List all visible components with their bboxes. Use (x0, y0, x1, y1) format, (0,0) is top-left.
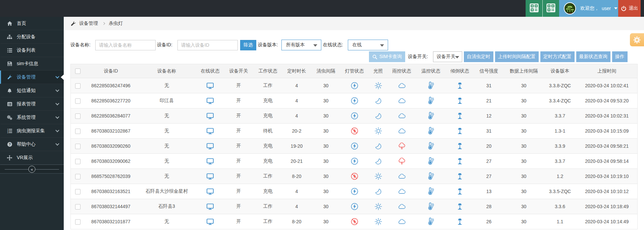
cell-report-time: 2020-03-24 09:58:21 (577, 139, 638, 154)
sidebar-item-label: 报表管理 (17, 101, 36, 107)
row-checkbox[interactable] (75, 113, 80, 119)
toolbar-button-1[interactable]: 自清虫定时 (464, 51, 493, 62)
column-header: 工作状态 (255, 64, 281, 78)
qr-app-button-1[interactable] (526, 0, 542, 17)
sidebar-item-6[interactable]: 短信通知 (0, 84, 64, 97)
pole-icon (457, 218, 463, 226)
row-checkbox (71, 199, 86, 214)
settings-gear-button[interactable] (630, 33, 644, 46)
row-checkbox (71, 184, 86, 199)
sidebar-item-3[interactable]: 设备列表 (0, 44, 64, 57)
report-icon (7, 101, 12, 107)
cell-signal: 27 (474, 169, 504, 184)
column-header: 设备开关 (223, 64, 255, 78)
row-checkbox[interactable] (75, 174, 80, 179)
monitor-icon (206, 143, 214, 150)
sidebar-item-11[interactable]: VR展示 (0, 151, 64, 165)
breadcrumb-section[interactable]: 设备管理 (79, 20, 98, 27)
cell-device-name: 印江县 (136, 93, 198, 108)
filter-button[interactable]: 筛选 (240, 40, 256, 50)
cell-timing: 4 (281, 93, 312, 108)
cell-upload-interval: 30 (504, 139, 544, 154)
cloud-icon (398, 83, 406, 89)
cell-upload-interval: 30 (504, 108, 544, 124)
sidebar-item-4[interactable]: sim卡信息 (0, 57, 64, 71)
thermometer-icon (427, 142, 435, 150)
toolbar-button-5[interactable]: 操作 (612, 51, 628, 62)
cell-signal: 20 (474, 139, 504, 154)
gears-icon (7, 115, 12, 120)
lamp-on-icon (351, 203, 358, 210)
rain-status-icon (387, 184, 416, 199)
online-status-select[interactable]: 在线 (348, 40, 388, 50)
user-menu[interactable]: 欢迎您， user (559, 0, 618, 17)
lamp-status-icon (340, 169, 369, 184)
toolbar-button-2[interactable]: 上传时间间隔配置 (495, 51, 539, 62)
logout-button[interactable]: 退出 (618, 0, 641, 17)
lamp-status-icon (340, 108, 369, 124)
device-id-input[interactable] (177, 40, 238, 50)
sidebar-item-label: 病虫测报采集 (17, 128, 45, 134)
cell-version: 1.1 (544, 214, 577, 229)
chevron-down-icon (55, 115, 59, 119)
rain-status-icon (387, 214, 416, 229)
qr-app-button-2[interactable] (542, 0, 559, 17)
list-icon (7, 48, 12, 53)
moon-icon (375, 112, 382, 120)
sim-card-query-button[interactable]: SIM卡查询 (369, 51, 405, 62)
row-checkbox[interactable] (75, 219, 80, 225)
cell-clean-interval: 30 (312, 214, 340, 229)
cloud-icon (398, 98, 406, 104)
cell-switch: 开 (223, 93, 255, 108)
cell-version: 3.3.7 (544, 108, 577, 124)
cell-version: 3.3.8-ZQC (544, 78, 577, 93)
thermometer-icon (427, 172, 435, 180)
sun-icon (375, 173, 382, 180)
sidebar-item-10[interactable]: ?帮助中心 (0, 138, 64, 151)
monitor-icon (206, 188, 214, 195)
toolbar-button-3[interactable]: 定时方式配置 (540, 51, 575, 62)
row-checkbox[interactable] (75, 98, 80, 104)
sidebar-item-2[interactable]: 分配设备 (0, 30, 64, 44)
row-checkbox[interactable] (75, 83, 80, 89)
row-checkbox[interactable] (75, 159, 80, 164)
table-row: 862285036227720印江县开充电43021303.3.4-ZQC202… (71, 93, 638, 108)
top-navbar: 欢迎您， user 退出 (0, 0, 644, 17)
row-checkbox (71, 214, 86, 229)
column-header: 数据上传间隔 (504, 64, 544, 78)
select-all-checkbox[interactable] (75, 68, 80, 74)
sidebar-collapse-button[interactable]: « (0, 165, 64, 174)
device-version-select[interactable]: 所有版本 (281, 40, 321, 50)
cell-work-status: 充电 (255, 108, 281, 124)
tilt-status-icon (446, 93, 474, 108)
sidebar-item-1[interactable]: 首页 (0, 17, 64, 30)
sidebar-item-9[interactable]: 123病虫测报采集 (0, 124, 64, 138)
device-switch-select[interactable]: 设备开关 (433, 51, 462, 62)
row-checkbox[interactable] (75, 189, 80, 194)
tilt-status-icon (446, 184, 474, 199)
list-icon (7, 48, 12, 53)
device-name-input[interactable] (95, 40, 156, 50)
sun-icon (375, 127, 382, 135)
monitor-icon (206, 128, 214, 135)
sidebar-item-5[interactable]: 设备管理 (0, 71, 64, 84)
light-status-icon (369, 78, 387, 93)
pole-icon (457, 112, 463, 120)
cell-work-status: 工作 (255, 214, 281, 229)
wrench-icon (7, 75, 12, 80)
sidebar-item-7[interactable]: 报表管理 (0, 97, 64, 111)
row-checkbox[interactable] (75, 204, 80, 210)
light-status-icon (369, 169, 387, 184)
breadcrumb-page: 杀虫灯 (109, 20, 123, 27)
row-checkbox[interactable] (75, 144, 80, 149)
row-checkbox[interactable] (75, 129, 80, 134)
toolbar-button-4[interactable]: 最新状态查询 (576, 51, 610, 62)
light-status-icon (369, 93, 387, 108)
sidebar-item-8[interactable]: 系统管理 (0, 111, 64, 124)
thermometer-icon (427, 218, 435, 226)
pole-icon (457, 142, 463, 150)
cell-work-status: 工作 (255, 169, 281, 184)
gears-icon (7, 115, 12, 120)
cell-device-id: 862285036247496 (86, 78, 136, 93)
cell-version: 3.3.5-ZQC (544, 184, 577, 199)
